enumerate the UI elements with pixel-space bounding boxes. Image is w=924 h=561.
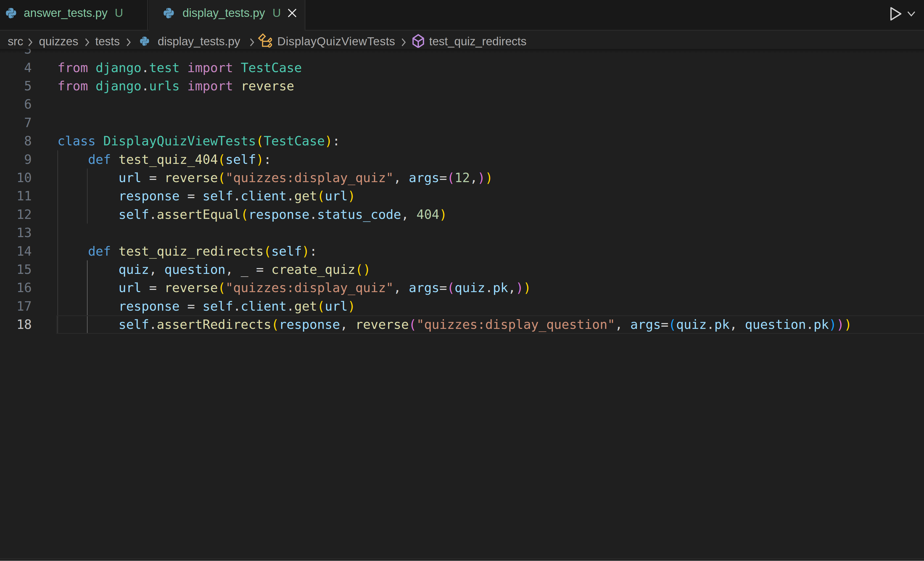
editor: 3 4from django.test import TestCase 5fro…	[0, 49, 924, 559]
close-tab[interactable]	[288, 8, 297, 18]
run-dropdown[interactable]	[907, 11, 915, 17]
crumb-src[interactable]: src	[8, 32, 23, 51]
run-button[interactable]	[890, 7, 902, 21]
crumb-file[interactable]: display_tests.py	[158, 32, 240, 51]
tab-bar: answer_tests.py U display_tests.py U	[0, 0, 924, 31]
crumb-class[interactable]: DisplayQuizViewTests	[277, 32, 395, 51]
tab-display_tests[interactable]: display_tests.py U	[149, 0, 305, 31]
tab-answer_tests[interactable]: answer_tests.py U	[0, 0, 148, 30]
vscode-editor: answer_tests.py U display_tests.py U	[0, 0, 924, 561]
crumb-quizzes[interactable]: quizzes	[39, 32, 78, 51]
breadcrumbs: src quizzes tests display_tests.py Displ…	[0, 31, 924, 51]
crumb-tests[interactable]: tests	[95, 32, 120, 51]
crumb-method[interactable]: test_quiz_redirects	[429, 32, 526, 51]
